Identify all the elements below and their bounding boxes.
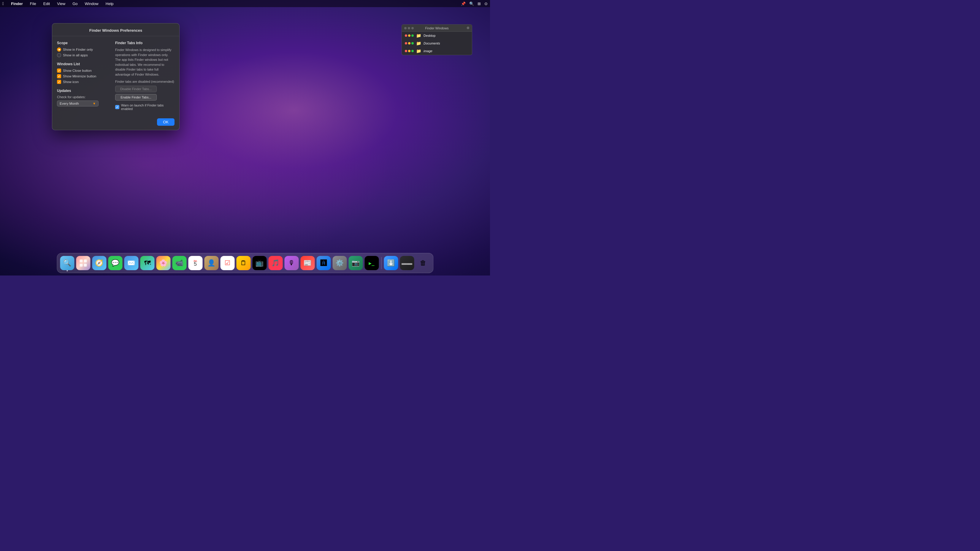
svg-rect-2 <box>80 264 83 267</box>
tl-red <box>405 34 407 37</box>
folder-icon-desktop: 📁 <box>416 33 421 38</box>
dock-item-camo[interactable]: 📷 <box>348 256 363 270</box>
checkbox-icon[interactable]: Show icon <box>57 80 110 84</box>
radio-finder-only[interactable]: Show in Finder only <box>57 48 110 52</box>
menubar-edit[interactable]: Edit <box>42 1 51 6</box>
checkbox-close-btn[interactable]: Show Close button <box>57 68 110 73</box>
dot-3 <box>411 27 414 29</box>
dock-item-downloads[interactable]: ⬇️ <box>384 256 398 270</box>
pin-icon[interactable]: 📌 <box>461 2 466 6</box>
finder-panel-item-image: image <box>423 49 433 53</box>
tl-yellow-3 <box>408 50 410 52</box>
dock-item-trash[interactable]: 🗑 <box>416 256 430 270</box>
dock-item-contacts[interactable]: 👤 <box>204 256 218 270</box>
dock-item-messages[interactable]: 💬 <box>108 256 122 270</box>
dialog-left-panel: Scope Show in Finder only Show in all ap… <box>57 41 110 111</box>
radio-all-apps[interactable]: Show in all apps <box>57 53 110 57</box>
radio-btn-all-apps[interactable] <box>57 53 61 57</box>
dock-item-music[interactable]: 🎵 <box>268 256 283 270</box>
dock-item-news[interactable]: 📰 <box>300 256 315 270</box>
dock-item-launchpad[interactable] <box>76 256 90 270</box>
tl-yellow-2 <box>408 42 410 44</box>
radio-btn-finder-only[interactable] <box>57 48 61 52</box>
dock-item-photos[interactable]: 🌸 <box>156 256 170 270</box>
finder-windows-panel: Finder Windows ⚙ 📁 Desktop 📁 Documents 📁… <box>402 24 472 55</box>
dock: 🔍 🧭 💬 ✉️ 🗺 🌸 📹 JUL 5 👤 ☑ 🗒 📺 <box>57 253 433 273</box>
dock-item-video-panel[interactable]: ▬▬ <box>400 256 414 270</box>
dock-item-dot-finder <box>67 270 68 272</box>
menubar-finder[interactable]: Finder <box>10 1 24 6</box>
dock-item-terminal[interactable]: ▶_ <box>364 256 379 270</box>
search-icon[interactable]: 🔍 <box>469 2 474 6</box>
finder-panel-item-documents: Documents <box>423 41 440 45</box>
enable-finder-tabs-button[interactable]: Enable Finder Tabs... <box>115 94 157 100</box>
menubar:  Finder File Edit View Go Window Help 📌… <box>0 0 490 7</box>
siri-icon[interactable]: ⊙ <box>484 2 488 6</box>
dock-item-finder[interactable]: 🔍 <box>60 256 74 270</box>
dock-item-calendar[interactable]: JUL 5 <box>188 256 202 270</box>
finder-panel-row-desktop[interactable]: 📁 Desktop <box>402 32 472 40</box>
scope-radio-group: Show in Finder only Show in all apps <box>57 48 110 57</box>
dropdown-label: Every Month <box>60 102 79 105</box>
disable-finder-tabs-button: Disable Finder Tabs... <box>115 86 157 92</box>
dock-item-maps[interactable]: 🗺 <box>140 256 154 270</box>
menubar-window[interactable]: Window <box>84 1 100 6</box>
traffic-lights-documents <box>405 42 414 44</box>
dialog-title: Finder Windows Preferences <box>89 28 142 33</box>
finder-panel-item-desktop: Desktop <box>423 34 435 37</box>
traffic-lights-image <box>405 50 414 52</box>
finder-panel-dots <box>404 27 414 29</box>
dock-item-appstore[interactable]: 🅰 <box>317 256 331 270</box>
dock-item-podcasts[interactable]: 🎙 <box>284 256 299 270</box>
menubar-help[interactable]: Help <box>105 1 115 6</box>
finder-panel-row-documents[interactable]: 📁 Documents <box>402 40 472 47</box>
menubar-go[interactable]: Go <box>71 1 79 6</box>
apple-logo[interactable]:  <box>2 1 4 6</box>
checkbox-minimize-btn[interactable]: Show Minimize button <box>57 74 110 78</box>
radio-label-finder-only: Show in Finder only <box>63 48 93 51</box>
folder-icon-documents: 📁 <box>416 41 421 46</box>
checkbox-label-close: Show Close button <box>63 69 92 72</box>
dock-item-mail[interactable]: ✉️ <box>124 256 138 270</box>
checkbox-btn-minimize[interactable] <box>57 74 61 78</box>
menubar-right: 📌 🔍 ⊞ ⊙ <box>461 2 488 6</box>
menubar-left:  Finder File Edit View Go Window Help <box>2 1 115 6</box>
dot-1 <box>404 27 407 29</box>
menubar-view[interactable]: View <box>56 1 67 6</box>
windows-list-section: Windows List Show Close button Show Mini… <box>57 62 110 84</box>
tabs-status: Finder tabs are disabled (recommended) <box>115 80 175 83</box>
tl-green-2 <box>411 42 414 44</box>
finder-panel-row-image[interactable]: 📁 image <box>402 47 472 55</box>
tl-green <box>411 34 414 37</box>
finder-tabs-description: Finder Windows is designed to simplify o… <box>115 48 175 77</box>
control-center-icon[interactable]: ⊞ <box>477 2 481 6</box>
warn-on-launch-row: Warn on launch if Finder tabs enabled <box>115 103 175 111</box>
scope-section: Scope Show in Finder only Show in all ap… <box>57 41 110 57</box>
checkbox-btn-close[interactable] <box>57 68 61 73</box>
tl-red-3 <box>405 50 407 52</box>
scope-title: Scope <box>57 41 110 45</box>
checkbox-btn-icon[interactable] <box>57 80 61 84</box>
updates-section: Updates Check for updates: Every Month ▼ <box>57 89 110 106</box>
updates-title: Updates <box>57 89 110 93</box>
dialog-right-panel: Finder Tabs Info Finder Windows is desig… <box>115 41 175 111</box>
dock-item-tv[interactable]: 📺 <box>252 256 267 270</box>
warn-label: Warn on launch if Finder tabs enabled <box>121 103 175 111</box>
menubar-file[interactable]: File <box>29 1 37 6</box>
finder-panel-title: Finder Windows <box>425 26 449 30</box>
dock-item-safari[interactable]: 🧭 <box>92 256 106 270</box>
preferences-dialog: Finder Windows Preferences Scope Show in… <box>52 23 180 130</box>
dock-item-notes[interactable]: 🗒 <box>236 256 250 270</box>
dot-2 <box>408 27 410 29</box>
dock-item-system-preferences[interactable]: ⚙️ <box>332 256 347 270</box>
update-frequency-dropdown[interactable]: Every Month ▼ <box>57 100 99 106</box>
checkbox-label-icon: Show icon <box>63 80 79 84</box>
ok-button[interactable]: OK <box>157 118 175 126</box>
dock-item-facetime[interactable]: 📹 <box>172 256 186 270</box>
gear-icon[interactable]: ⚙ <box>466 26 469 30</box>
dock-item-reminders[interactable]: ☑ <box>220 256 234 270</box>
warn-checkbox[interactable] <box>115 105 119 109</box>
dialog-titlebar: Finder Windows Preferences <box>52 24 179 36</box>
finder-tabs-info-title: Finder Tabs Info <box>115 41 175 45</box>
radio-label-all-apps: Show in all apps <box>63 53 88 57</box>
